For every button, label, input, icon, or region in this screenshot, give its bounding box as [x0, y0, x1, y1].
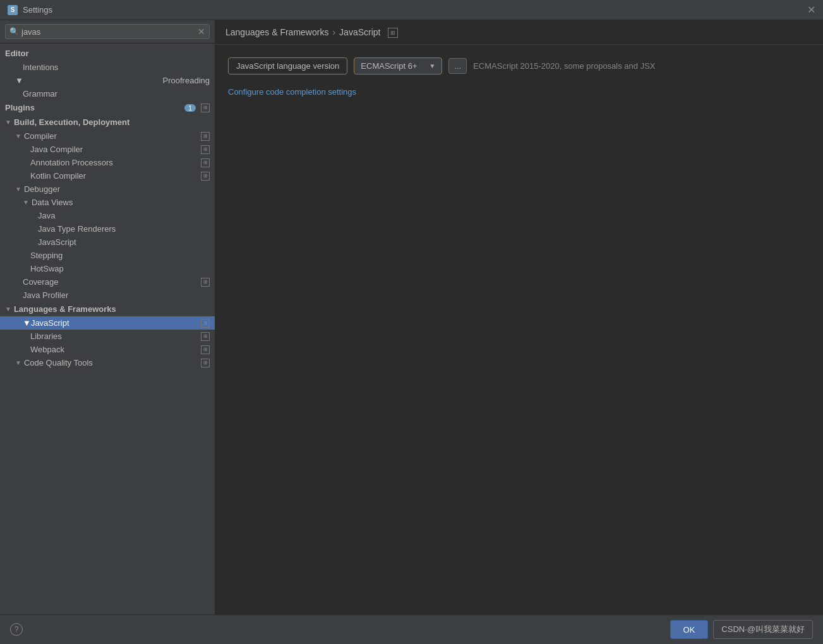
title-bar: S Settings ✕ [0, 0, 823, 20]
webpack-icon: ⊞ [201, 345, 210, 354]
sidebar-item-debugger-javascript[interactable]: JavaScript [0, 236, 215, 249]
data-views-label: Data Views [32, 198, 73, 207]
data-views-chevron: ▼ [23, 199, 29, 206]
kotlin-compiler-label: Kotlin Compiler [30, 171, 86, 181]
js-version-row: JavaScript language version ECMAScript 6… [228, 57, 810, 75]
dialog-body: 🔍 ✕ Editor Intentions ▼ Proofreading [0, 20, 823, 614]
sidebar-item-java[interactable]: Java [0, 209, 215, 222]
sidebar-item-debugger[interactable]: ▼ Debugger [0, 182, 215, 196]
code-quality-icon: ⊞ [201, 359, 210, 367]
search-wrapper: 🔍 ✕ [5, 24, 210, 39]
js-version-label: JavaScript language version [228, 57, 347, 75]
languages-label: Languages & Frameworks [14, 304, 116, 314]
search-bar: 🔍 ✕ [0, 20, 215, 44]
sidebar-item-java-profiler[interactable]: Java Profiler [0, 289, 215, 302]
languages-chevron: ▼ [5, 306, 11, 313]
libraries-icon: ⊞ [201, 332, 210, 341]
search-clear-button[interactable]: ✕ [198, 27, 205, 37]
java-profiler-label: Java Profiler [23, 290, 68, 300]
plugins-settings-icon[interactable]: ⊞ [201, 104, 210, 112]
sidebar-item-plugins[interactable]: Plugins 1 ⊞ [0, 100, 215, 115]
breadcrumb-settings-icon[interactable]: ⊞ [388, 28, 398, 38]
java-compiler-label: Java Compiler [30, 145, 83, 154]
debugger-javascript-label: JavaScript [38, 237, 76, 247]
plugins-label: Plugins [5, 103, 35, 112]
annotation-processors-label: Annotation Processors [30, 158, 113, 167]
sidebar-item-annotation-processors[interactable]: Annotation Processors ⊞ [0, 156, 215, 169]
debugger-label: Debugger [24, 184, 60, 194]
sidebar: 🔍 ✕ Editor Intentions ▼ Proofreading [0, 20, 215, 614]
coverage-icon: ⊞ [201, 278, 210, 287]
java-label: Java [38, 211, 55, 220]
content-area: JavaScript language version ECMAScript 6… [215, 45, 823, 614]
build-label: Build, Execution, Deployment [14, 117, 129, 127]
sidebar-item-code-quality[interactable]: ▼ Code Quality Tools ⊞ [0, 356, 215, 369]
close-button[interactable]: ✕ [807, 4, 815, 16]
sidebar-item-coverage[interactable]: Coverage ⊞ [0, 275, 215, 289]
sidebar-scroll-wrapper: Editor Intentions ▼ Proofreading Grammar… [0, 44, 215, 614]
sidebar-item-hotswap[interactable]: HotSwap [0, 262, 215, 275]
sidebar-item-data-views[interactable]: ▼ Data Views [0, 196, 215, 209]
bottom-right: OK CSDN·@叫我菜菜就好 [670, 620, 813, 639]
search-input[interactable] [21, 27, 198, 37]
sidebar-item-editor[interactable]: Editor [0, 46, 215, 61]
java-compiler-icon: ⊞ [201, 145, 210, 154]
editor-label: Editor [5, 49, 29, 58]
sidebar-item-webpack[interactable]: Webpack ⊞ [0, 343, 215, 356]
breadcrumb: Languages & Frameworks › JavaScript ⊞ [215, 20, 823, 45]
debugger-chevron: ▼ [15, 186, 21, 193]
csdn-button[interactable]: CSDN·@叫我菜菜就好 [713, 620, 813, 639]
javascript-icon: ⊞ [201, 319, 210, 328]
annotation-icon: ⊞ [201, 158, 210, 167]
compiler-chevron: ▼ [15, 133, 21, 140]
compiler-icon: ⊞ [201, 132, 210, 141]
ok-button[interactable]: OK [670, 620, 709, 639]
plugins-badge: 1 [184, 104, 196, 112]
js-version-selected: ECMAScript 6+ [361, 61, 424, 71]
sidebar-item-libraries[interactable]: Libraries ⊞ [0, 330, 215, 343]
sidebar-item-stepping[interactable]: Stepping [0, 249, 215, 262]
main-content: Languages & Frameworks › JavaScript ⊞ Ja… [215, 20, 823, 614]
compiler-label: Compiler [24, 131, 57, 141]
breadcrumb-separator: › [332, 27, 335, 37]
bottom-bar: ? OK CSDN·@叫我菜菜就好 [0, 614, 823, 644]
configure-link-wrapper: Configure code completion settings [228, 87, 810, 97]
plugins-right: 1 ⊞ [184, 104, 210, 112]
build-chevron: ▼ [5, 119, 11, 126]
sidebar-item-compiler[interactable]: ▼ Compiler ⊞ [0, 129, 215, 143]
breadcrumb-current: JavaScript [339, 27, 380, 37]
js-version-dropdown[interactable]: ECMAScript 6+ ▼ [354, 57, 442, 75]
sidebar-tree: Editor Intentions ▼ Proofreading Grammar… [0, 44, 215, 372]
proofreading-label: Proofreading [163, 76, 210, 85]
search-icon: 🔍 [9, 27, 19, 36]
sidebar-item-grammar[interactable]: Grammar [0, 87, 215, 100]
configure-link[interactable]: Configure code completion settings [228, 87, 356, 97]
help-button[interactable]: ? [10, 623, 23, 636]
ecma-description: ECMAScript 2015-2020, some proposals and… [473, 61, 655, 71]
sidebar-item-kotlin-compiler[interactable]: Kotlin Compiler ⊞ [0, 169, 215, 182]
javascript-chevron: ▼ [23, 318, 31, 328]
webpack-label: Webpack [30, 345, 64, 354]
sidebar-item-javascript[interactable]: ▼ JavaScript ⊞ [0, 316, 215, 330]
dropdown-arrow-icon: ▼ [429, 63, 435, 69]
stepping-label: Stepping [30, 251, 63, 260]
proofreading-chevron: ▼ [15, 76, 23, 85]
sidebar-item-proofreading[interactable]: ▼ Proofreading [0, 74, 215, 87]
bottom-left: ? [10, 623, 23, 636]
app-icon: S [8, 5, 18, 15]
breadcrumb-parent[interactable]: Languages & Frameworks [225, 27, 328, 37]
code-quality-label: Code Quality Tools [24, 358, 93, 367]
sidebar-item-intentions[interactable]: Intentions [0, 61, 215, 74]
java-type-renderers-label: Java Type Renderers [38, 224, 116, 234]
plugins-left: Plugins [5, 103, 35, 112]
hotswap-label: HotSwap [30, 264, 64, 273]
coverage-label: Coverage [23, 277, 58, 287]
kotlin-icon: ⊞ [201, 172, 210, 181]
sidebar-item-java-type-renderers[interactable]: Java Type Renderers [0, 222, 215, 236]
dots-button[interactable]: ... [448, 58, 467, 74]
sidebar-item-java-compiler[interactable]: Java Compiler ⊞ [0, 143, 215, 156]
libraries-label: Libraries [30, 331, 62, 341]
sidebar-item-build[interactable]: ▼ Build, Execution, Deployment [0, 115, 215, 129]
title-bar-text: Settings [23, 5, 52, 15]
sidebar-item-languages[interactable]: ▼ Languages & Frameworks [0, 302, 215, 316]
